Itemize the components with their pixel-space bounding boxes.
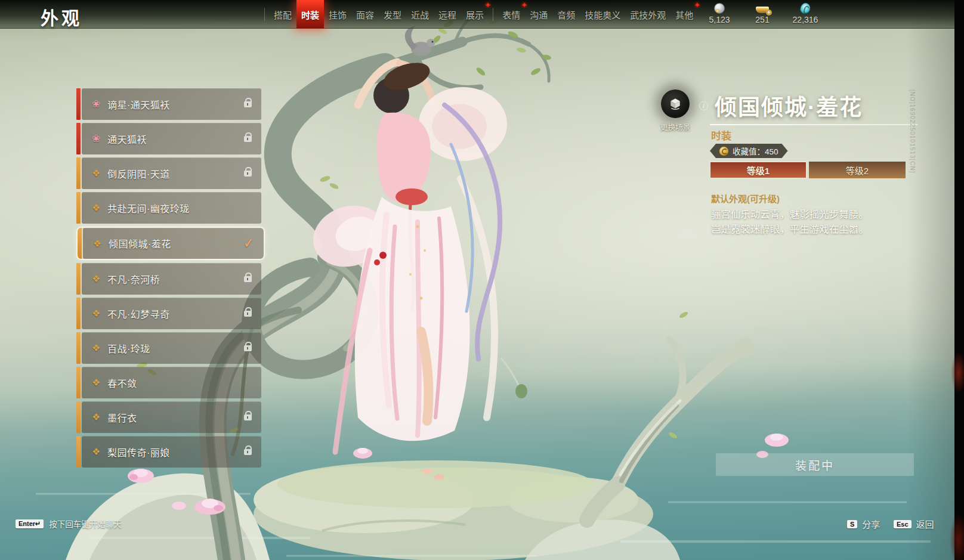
tab-guashi[interactable]: 挂饰 — [324, 0, 351, 29]
item-label: 共赴无间·幽夜玲珑 — [107, 201, 252, 215]
list-item[interactable]: ❖共赴无间·幽夜玲珑 — [76, 192, 261, 224]
item-label: 不凡·幻梦寻奇 — [107, 307, 244, 321]
tab-divider — [264, 8, 265, 21]
ornament-icon: ❖ — [92, 377, 107, 388]
item-label: 梨园传奇·丽娘 — [107, 445, 244, 459]
ornament-icon: ❖ — [92, 308, 107, 319]
change-scene-button[interactable] — [661, 89, 690, 118]
sakura-icon: ❀ — [92, 98, 107, 110]
tab-mianrong[interactable]: 面容 — [351, 0, 379, 29]
chat-hint: Enter↵ 按下回车键开始聊天 — [16, 518, 122, 530]
lock-icon — [244, 171, 252, 177]
list-item[interactable]: ❖春不敛 — [76, 367, 261, 398]
list-item[interactable]: ❖梨园传奇·丽娘 — [76, 436, 261, 468]
currency-value: 251 — [755, 15, 769, 24]
new-badge-icon: ✦ — [694, 1, 700, 10]
tab-label: 表情 — [502, 8, 520, 21]
item-label: 谪星·通天狐袄 — [107, 97, 244, 112]
item-label: 墨行衣 — [107, 410, 244, 425]
collection-value-badge: 收藏值：450 — [710, 144, 788, 158]
item-label: 不凡·奈河桥 — [107, 272, 244, 286]
tab-jinengaoyi[interactable]: 技能奥义 — [580, 0, 625, 29]
check-icon: ✓ — [243, 236, 255, 250]
currency-coin[interactable]: 5,123 — [703, 2, 736, 24]
tab-bar: 搭配 时装 挂饰 面容 发型 近战 远程 展示✦ 表情✦ 沟通 音频 技能奥义 … — [260, 0, 698, 29]
item-label: 倾国倾城·羞花 — [109, 236, 243, 250]
tier-strip — [76, 157, 81, 189]
level-tabs: 等级1 等级2 — [710, 162, 906, 178]
ornament-icon: ❖ — [92, 342, 107, 354]
esc-key-badge[interactable]: Esc — [894, 520, 912, 528]
tier-strip — [76, 88, 81, 120]
currency-jade[interactable]: 22,316 — [789, 2, 822, 24]
watermark-text: [NO]16902250101513[CN] — [909, 89, 916, 173]
tab-level-2[interactable]: 等级2 — [809, 162, 906, 178]
outfit-list: ❀谪星·通天狐袄 ❀通天狐袄 ❖倒反阴阳·天道 ❖共赴无间·幽夜玲珑 ❖倾国倾城… — [76, 88, 261, 471]
outfit-title: 倾国倾城·羞花 — [715, 89, 863, 122]
tab-biaoqing[interactable]: 表情✦ — [498, 0, 525, 29]
default-appearance-label: 默认外观(可升级) — [711, 192, 780, 205]
list-item[interactable]: ❖墨行衣 — [76, 401, 261, 433]
ornament-icon: ❖ — [92, 412, 107, 423]
currency-gold-ingot[interactable]: 251 — [746, 2, 779, 24]
back-label: 返回 — [916, 518, 934, 530]
tab-yuancheng[interactable]: 远程 — [434, 0, 461, 29]
lock-icon — [244, 136, 252, 142]
item-label: 倒反阴阳·天道 — [107, 166, 244, 181]
tab-level-1[interactable]: 等级1 — [710, 162, 807, 178]
red-foliage-glimpse — [951, 352, 964, 394]
currency-value: 5,123 — [709, 15, 730, 24]
tab-yinpin[interactable]: 音频 — [552, 0, 580, 29]
tier-strip — [76, 298, 81, 329]
list-item-selected[interactable]: ❖倾国倾城·羞花✓ — [76, 227, 265, 260]
sakura-icon: ❀ — [92, 132, 107, 145]
currency-bar: 5,123 251 22,316 — [703, 2, 822, 24]
currency-value: 22,316 — [793, 15, 818, 24]
tab-wujiwaiguan[interactable]: 武技外观 — [625, 0, 671, 29]
s-key-badge[interactable]: S — [847, 520, 857, 528]
ornament-icon: ❖ — [92, 273, 107, 284]
ornament-icon: ❖ — [92, 446, 107, 457]
lock-icon — [244, 101, 252, 107]
appearance-screen: 外观 搭配 时装 挂饰 面容 发型 近战 远程 展示✦ 表情✦ 沟通 音频 技能… — [0, 0, 964, 560]
desc-line-2: 岂是霓裳迷醉眼，平生游戏在尘嚣。 — [711, 222, 869, 237]
tab-faxing[interactable]: 发型 — [379, 0, 406, 29]
share-hint: S 分享 — [847, 518, 880, 530]
tier-strip — [76, 192, 81, 224]
item-label: 百战·玲珑 — [107, 341, 244, 355]
collection-value: 收藏值：450 — [733, 145, 778, 157]
chat-hint-label: 按下回车键开始聊天 — [49, 518, 122, 530]
item-label: 春不敛 — [107, 376, 252, 390]
tab-zhanshi[interactable]: 展示✦ — [461, 0, 489, 29]
equipping-button[interactable]: 装配中 — [716, 453, 914, 476]
lock-icon — [244, 449, 252, 455]
list-item[interactable]: ❖倒反阴阳·天道 — [76, 157, 261, 189]
tab-label: 展示 — [466, 8, 484, 21]
red-foliage-glimpse — [950, 513, 964, 560]
list-item[interactable]: ❖百战·玲珑 — [76, 332, 261, 364]
coin-icon — [714, 3, 725, 14]
outfit-description: 骊宫仙乐动云霄，魅影摇光步舞腰。 岂是霓裳迷醉眼，平生游戏在尘嚣。 — [711, 207, 869, 237]
list-item[interactable]: ❖不凡·幻梦寻奇 — [76, 298, 261, 329]
list-item[interactable]: ❖不凡·奈河桥 — [76, 263, 261, 295]
lock-icon — [244, 311, 252, 317]
tier-strip — [76, 436, 81, 468]
ornament-icon: ❖ — [92, 202, 107, 214]
tab-jinzhan[interactable]: 近战 — [406, 0, 434, 29]
lock-icon — [244, 345, 252, 351]
enter-key-badge[interactable]: Enter↵ — [16, 519, 44, 528]
info-icon[interactable]: i — [699, 101, 708, 110]
tab-goutong[interactable]: 沟通 — [525, 0, 552, 29]
tab-shizhuang[interactable]: 时装 — [296, 0, 324, 29]
ornament-icon: ❖ — [93, 238, 109, 249]
tab-qita[interactable]: 其他✦ — [671, 0, 698, 29]
tier-strip — [76, 263, 81, 295]
list-item[interactable]: ❀谪星·通天狐袄 — [76, 88, 261, 120]
tier-strip — [78, 228, 82, 259]
new-badge-icon: ✦ — [484, 1, 491, 10]
tier-strip — [76, 367, 81, 398]
tier-strip — [76, 401, 81, 433]
list-item[interactable]: ❀通天狐袄 — [76, 123, 261, 154]
change-scene-label: 更换场景 — [656, 121, 694, 132]
tab-dapei[interactable]: 搭配 — [269, 0, 296, 29]
